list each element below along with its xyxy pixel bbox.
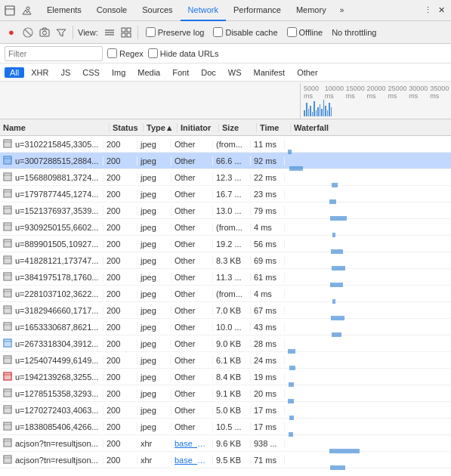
col-header-name[interactable]: Name [0, 123, 110, 132]
filter-button[interactable] [54, 26, 68, 39]
table-row[interactable]: u=3182946660,1717...200jpegOther7.0 KB67… [0, 302, 451, 319]
table-row[interactable]: u=3841975178,1760...200jpegOther11.3 ...… [0, 269, 451, 286]
type-filter-css[interactable]: CSS [77, 67, 105, 78]
table-row[interactable]: u=1942139268,3255...200jpegOther8.4 KB19… [0, 369, 451, 385]
table-row[interactable]: u=1270272403,4063...200jpegOther5.0 KB17… [0, 402, 451, 419]
table-row[interactable]: u=1278515358,3293...200jpegOther9.1 KB20… [0, 385, 451, 402]
svg-rect-23 [3, 189, 12, 198]
cell-type: jpeg [137, 140, 171, 149]
type-filter-ws[interactable]: WS [223, 67, 247, 78]
inspect-icon[interactable] [20, 4, 33, 17]
svg-rect-65 [3, 422, 12, 431]
type-filter-row: All XHR JS CSS Img Media Font Doc WS Man… [0, 63, 451, 82]
devtools-close-button[interactable]: ✕ [434, 4, 448, 17]
table-row[interactable]: u=41828121,173747...200jpegOther8.3 KB69… [0, 252, 451, 269]
table-row[interactable]: u=2673318304,3912...200jpegOther9.0 KB28… [0, 335, 451, 352]
record-button[interactable]: ● [5, 26, 18, 39]
cell-name: u=1838085406,4266... [15, 422, 103, 431]
tab-console[interactable]: Console [89, 0, 134, 21]
col-header-size[interactable]: Size [219, 123, 257, 132]
cell-initiator: Other [171, 306, 213, 315]
devtools-icon[interactable] [3, 4, 17, 17]
table-row[interactable]: u=1254074499,6149...200jpegOther6.1 KB24… [0, 352, 451, 369]
view-group-button[interactable] [119, 26, 133, 39]
cell-initiator: Other [171, 356, 213, 365]
cell-initiator[interactable]: base_175b... [171, 456, 213, 465]
table-row[interactable]: u=1521376937,3539...200jpegOther13.0 ...… [0, 202, 451, 219]
cell-name: u=41828121,173747... [15, 256, 103, 265]
row-icon [3, 455, 14, 465]
offline-checkbox[interactable] [287, 27, 297, 37]
devtools-menu-button[interactable]: ⋮ [421, 4, 434, 17]
tab-performance[interactable]: Performance [226, 0, 289, 21]
toolbar-sep-1 [73, 26, 73, 39]
view-list-button[interactable] [103, 26, 116, 39]
table-row[interactable]: acjson?tn=resultjson...200xhrbase_175b..… [0, 435, 451, 452]
table-row[interactable]: u=9309250155,6602...200jpegOther(from...… [0, 219, 451, 236]
cell-type: jpeg [137, 422, 171, 431]
tab-network[interactable]: Network [181, 0, 226, 21]
type-filter-js[interactable]: JS [55, 67, 76, 78]
cell-name: u=3102215845,3305... [15, 140, 103, 149]
type-filter-doc[interactable]: Doc [196, 67, 221, 78]
col-header-time[interactable]: Time [257, 123, 291, 132]
row-icon [3, 305, 14, 316]
cell-time: 17 ms [251, 422, 285, 431]
table-row[interactable]: u=1653330687,8621...200jpegOther10.0 ...… [0, 319, 451, 335]
cell-status: 200 [103, 240, 137, 249]
col-header-waterfall[interactable]: Waterfall [291, 123, 451, 132]
cell-size: 7.0 KB [213, 306, 251, 315]
col-header-type[interactable]: Type▲ [144, 123, 178, 132]
type-filter-media[interactable]: Media [132, 67, 165, 78]
cell-time: 11 ms [251, 140, 285, 149]
hide-data-check[interactable]: Hide data URLs [148, 48, 219, 58]
preserve-log-check[interactable]: Preserve log [146, 27, 205, 37]
cell-time: 23 ms [251, 190, 285, 199]
tab-elements[interactable]: Elements [39, 0, 89, 21]
table-row[interactable]: u=889901505,10927...200jpegOther19.2 ...… [0, 236, 451, 252]
offline-check[interactable]: Offline [287, 27, 323, 37]
table-row[interactable]: u=3007288515,2884...200jpegOther66.6 ...… [0, 153, 451, 169]
cell-time: 22 ms [251, 173, 285, 182]
preserve-log-checkbox[interactable] [146, 27, 156, 37]
cell-status: 200 [103, 356, 137, 365]
table-row[interactable]: u=2281037102,3622...200jpegOther(from...… [0, 286, 451, 302]
cell-status: 200 [103, 439, 137, 448]
cell-initiator[interactable]: base_175b... [171, 439, 213, 448]
cell-type: jpeg [137, 256, 171, 265]
cell-size: (from... [213, 223, 251, 232]
col-header-status[interactable]: Status [110, 123, 144, 132]
clear-button[interactable] [21, 26, 35, 39]
cell-status: 200 [103, 190, 137, 199]
tab-memory[interactable]: Memory [289, 0, 334, 21]
view-label: View: [78, 28, 98, 37]
table-row[interactable]: u=1797877445,1274...200jpegOther16.7 ...… [0, 186, 451, 202]
table-row[interactable]: u=3102215845,3305...200jpegOther(from...… [0, 136, 451, 153]
type-filter-all[interactable]: All [5, 67, 24, 78]
tab-more-button[interactable]: » [335, 3, 349, 17]
cell-name: u=1942139268,3255... [15, 372, 103, 382]
svg-rect-5 [40, 29, 49, 36]
table-row[interactable]: acjson?tn=resultjson...200xhrbase_175b..… [0, 452, 451, 468]
hide-data-checkbox[interactable] [148, 48, 158, 58]
cell-size: 12.3 ... [213, 173, 251, 182]
regex-checkbox[interactable] [107, 48, 117, 58]
regex-check[interactable]: Regex [107, 48, 144, 58]
type-filter-other[interactable]: Other [292, 67, 323, 78]
cell-time: 28 ms [251, 339, 285, 348]
table-row[interactable]: u=1568809881,3724...200jpegOther12.3 ...… [0, 169, 451, 186]
filter-input[interactable] [5, 46, 103, 61]
row-icon [3, 239, 14, 249]
type-filter-img[interactable]: Img [107, 67, 131, 78]
disable-cache-check[interactable]: Disable cache [213, 27, 277, 37]
type-filter-xhr[interactable]: XHR [26, 67, 54, 78]
cell-type: jpeg [137, 173, 171, 182]
type-filter-font[interactable]: Font [167, 67, 194, 78]
tab-sources[interactable]: Sources [134, 0, 180, 21]
camera-button[interactable] [38, 26, 51, 39]
disable-cache-checkbox[interactable] [213, 27, 223, 37]
type-filter-manifest[interactable]: Manifest [249, 67, 291, 78]
table-row[interactable]: u=1838085406,4266...200jpegOther10.5 ...… [0, 419, 451, 435]
cell-size: 8.3 KB [213, 256, 251, 265]
col-header-initiator[interactable]: Initiator [178, 123, 219, 132]
